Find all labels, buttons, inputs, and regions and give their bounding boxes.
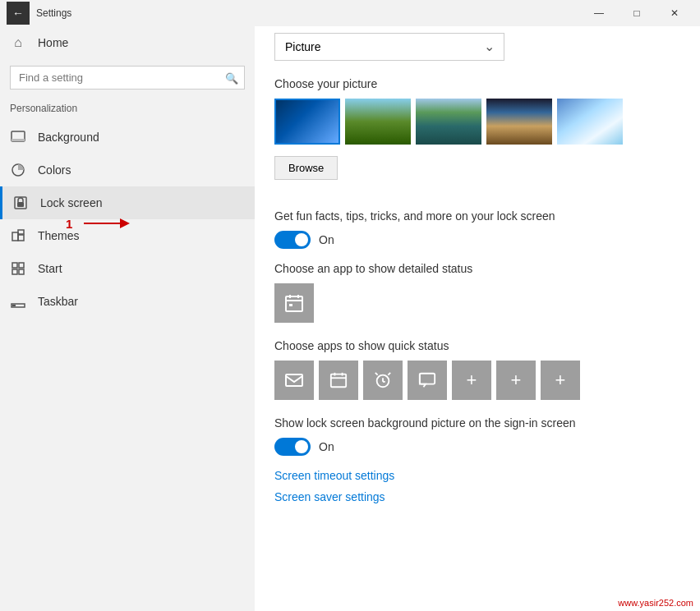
sidebar: ⌂ Home 🔍 Personalization Background Colo…: [0, 26, 255, 611]
fun-facts-toggle-row: On: [274, 231, 680, 249]
quick-status-mail[interactable]: [274, 361, 314, 400]
svg-rect-9: [19, 263, 24, 268]
quick-status-app-grid: + + +: [274, 361, 680, 400]
back-button[interactable]: ←: [7, 2, 30, 25]
background-type-dropdown[interactable]: Picture Solid color Slideshow: [274, 33, 504, 61]
start-label: Start: [38, 262, 62, 275]
window-controls: — □ ✕: [580, 0, 693, 26]
sidebar-item-start[interactable]: Start: [0, 252, 255, 285]
svg-rect-20: [286, 374, 302, 386]
start-icon: [10, 260, 26, 277]
screen-timeout-link[interactable]: Screen timeout settings: [274, 469, 680, 482]
sign-in-toggle-row: On: [274, 438, 680, 456]
svg-rect-30: [420, 374, 435, 384]
taskbar-icon: [10, 293, 26, 310]
sign-in-toggle[interactable]: [274, 438, 311, 456]
svg-rect-10: [12, 269, 17, 274]
minimize-button[interactable]: —: [580, 0, 618, 26]
lockscreen-icon: [12, 195, 29, 211]
quick-status-plus-1[interactable]: +: [452, 361, 491, 400]
background-label: Background: [38, 131, 99, 144]
title-bar: ← Settings — □ ✕: [0, 0, 700, 26]
close-button[interactable]: ✕: [656, 0, 693, 26]
sign-in-title: Show lock screen background picture on t…: [274, 416, 680, 430]
app-title: Settings: [36, 7, 580, 19]
sidebar-search-container: 🔍: [10, 66, 245, 90]
colors-icon: [10, 162, 26, 178]
fun-facts-toggle-label: On: [319, 233, 334, 246]
background-dropdown-section: Picture Solid color Slideshow: [274, 26, 680, 61]
detailed-status-title: Choose an app to show detailed status: [274, 262, 680, 275]
screen-saver-link[interactable]: Screen saver settings: [274, 490, 385, 503]
sidebar-category-label: Personalization: [0, 99, 255, 121]
colors-label: Colors: [38, 163, 71, 177]
picture-thumb-1[interactable]: [274, 99, 340, 145]
quick-status-alarm[interactable]: [363, 361, 403, 400]
svg-rect-13: [12, 305, 16, 306]
search-input[interactable]: [10, 66, 245, 90]
sidebar-item-lockscreen[interactable]: Lock screen: [0, 186, 255, 219]
quick-status-plus-2[interactable]: +: [496, 361, 536, 400]
browse-button[interactable]: Browse: [274, 156, 338, 180]
svg-rect-15: [286, 296, 302, 311]
svg-rect-4: [17, 202, 24, 207]
svg-rect-7: [18, 235, 24, 241]
detailed-status-app-grid: [274, 283, 680, 323]
dropdown-wrapper: Picture Solid color Slideshow: [274, 33, 504, 61]
choose-picture-title: Choose your picture: [274, 77, 680, 90]
svg-rect-19: [289, 304, 292, 306]
picture-thumb-2[interactable]: [345, 99, 411, 145]
home-icon: ⌂: [10, 34, 26, 51]
maximize-button[interactable]: □: [618, 0, 656, 26]
sidebar-item-colors[interactable]: Colors: [0, 154, 255, 186]
svg-rect-6: [18, 230, 24, 234]
lockscreen-label: Lock screen: [40, 196, 102, 209]
themes-icon: [10, 227, 26, 244]
quick-status-calendar[interactable]: [319, 361, 358, 400]
detailed-status-app-calendar[interactable]: [274, 283, 314, 323]
svg-line-29: [388, 373, 390, 375]
quick-status-title: Choose apps to show quick status: [274, 339, 680, 352]
quick-status-plus-3[interactable]: +: [541, 361, 580, 400]
picture-grid: [274, 99, 680, 145]
picture-thumb-5[interactable]: [557, 99, 623, 145]
svg-line-28: [375, 373, 378, 375]
svg-rect-8: [12, 263, 17, 268]
svg-rect-5: [12, 232, 18, 241]
sidebar-item-taskbar[interactable]: Taskbar: [0, 285, 255, 318]
sidebar-item-background[interactable]: Background: [0, 121, 255, 154]
fun-facts-toggle[interactable]: [274, 231, 311, 249]
sidebar-item-home[interactable]: ⌂ Home: [0, 26, 255, 59]
fun-facts-knob: [295, 233, 308, 246]
picture-thumb-4[interactable]: [486, 99, 552, 145]
fun-facts-title: Get fun facts, tips, tricks, and more on…: [274, 209, 680, 223]
svg-rect-11: [19, 269, 24, 274]
sidebar-item-themes[interactable]: Themes: [0, 219, 255, 252]
svg-rect-21: [331, 374, 346, 388]
background-icon: [10, 129, 26, 145]
sign-in-knob: [295, 440, 308, 453]
main-content: Picture Solid color Slideshow Choose you…: [255, 26, 700, 611]
picture-thumb-3[interactable]: [416, 99, 481, 145]
taskbar-label: Taskbar: [38, 295, 78, 308]
quick-status-message[interactable]: [408, 361, 447, 400]
svg-rect-1: [12, 139, 25, 141]
themes-label: Themes: [38, 229, 80, 242]
search-icon: 🔍: [225, 71, 238, 84]
sidebar-home-label: Home: [38, 36, 68, 49]
sign-in-toggle-label: On: [319, 440, 334, 453]
app-body: ⌂ Home 🔍 Personalization Background Colo…: [0, 26, 700, 611]
